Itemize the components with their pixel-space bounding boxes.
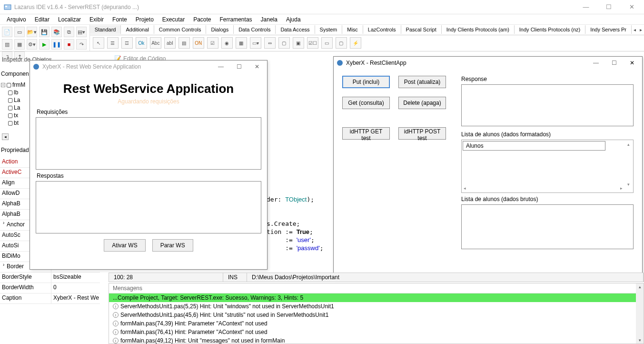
rc-list-raw[interactable] bbox=[461, 204, 634, 249]
menu-localizar[interactable]: Localizar bbox=[54, 15, 85, 24]
ws-start-button[interactable]: Ativar WS bbox=[104, 239, 145, 252]
menu-fonte[interactable]: Fonte bbox=[109, 15, 131, 24]
messages-scrollbar[interactable]: ▴▾ bbox=[636, 283, 644, 344]
ws-minimize-button[interactable]: ― bbox=[214, 63, 228, 70]
radiogroup-icon[interactable]: ▣ bbox=[293, 37, 304, 49]
menu-editar[interactable]: Editar bbox=[31, 15, 53, 24]
tab-common-controls[interactable]: Common Controls bbox=[154, 25, 207, 34]
rc-list-column-header[interactable]: Alunos bbox=[463, 141, 605, 151]
tree-node-bt[interactable]: bt bbox=[14, 120, 19, 126]
combobox-icon[interactable]: ▭▾ bbox=[250, 37, 261, 49]
menu-janela[interactable]: Janela bbox=[257, 15, 281, 24]
rc-httppost-button[interactable]: idHTTP POST test bbox=[398, 127, 446, 140]
messages-scroll-up[interactable]: ▴ bbox=[638, 283, 642, 290]
rc-list-scroll-up[interactable]: ▴ bbox=[626, 141, 631, 148]
menu-ferramentas[interactable]: Ferramentas bbox=[216, 15, 256, 24]
new-unit-button[interactable]: 📄 bbox=[2, 27, 12, 37]
menu-projeto[interactable]: Projeto bbox=[132, 15, 158, 24]
checkbox-icon[interactable]: ☑ bbox=[207, 37, 218, 49]
radiobutton-icon[interactable]: ◉ bbox=[221, 37, 233, 49]
ws-stop-button[interactable]: Parar WS bbox=[152, 239, 193, 252]
tree-node-la2[interactable]: La bbox=[14, 104, 20, 111]
tab-lazcontrols[interactable]: LazControls bbox=[363, 25, 401, 34]
rc-list-scroll-down[interactable]: ▾ bbox=[626, 181, 631, 188]
tab-system[interactable]: System bbox=[315, 25, 343, 34]
tab-standard[interactable]: Standard bbox=[90, 25, 121, 34]
open-button[interactable]: 📂▾ bbox=[27, 27, 37, 37]
ws-titlebar[interactable]: XyberX - Rest Web Service Application ― … bbox=[30, 61, 267, 73]
listbox-icon[interactable]: ▦ bbox=[236, 37, 247, 49]
tabs-right-arrow[interactable]: ▸ bbox=[638, 27, 644, 32]
ws-responses-memo[interactable] bbox=[36, 181, 261, 233]
close-button[interactable]: ✕ bbox=[623, 3, 640, 10]
edit-icon[interactable]: abI bbox=[164, 37, 176, 49]
rc-list-scroll-right[interactable]: ▸ bbox=[619, 185, 624, 192]
pointer-icon[interactable]: ↖ bbox=[93, 37, 104, 49]
rc-put-button[interactable]: Put (inclui) bbox=[342, 76, 390, 88]
message-row[interactable]: iServerMethodsUnit1.pas(5,25) Hint: Unit… bbox=[109, 302, 644, 311]
ws-maximize-button[interactable]: ☐ bbox=[232, 63, 246, 70]
toggle-form-button[interactable]: ⧉ bbox=[64, 27, 74, 37]
label-icon[interactable]: Abc bbox=[150, 37, 161, 49]
button-icon[interactable]: Ok bbox=[136, 37, 147, 49]
rc-list-scroll-left[interactable]: ◂ bbox=[463, 185, 467, 192]
ws-requests-memo[interactable] bbox=[36, 117, 261, 170]
tree-node-frm[interactable]: frmM bbox=[12, 81, 25, 88]
rc-delete-button[interactable]: Delete (apaga) bbox=[398, 97, 446, 109]
tree-collapse-icon[interactable]: − bbox=[1, 83, 5, 87]
tree-node-la1[interactable]: La bbox=[14, 97, 20, 103]
stop-button[interactable]: ■ bbox=[64, 39, 74, 50]
menu-exibir[interactable]: Exibir bbox=[86, 15, 108, 24]
view-forms-button[interactable]: ▦ bbox=[14, 39, 25, 50]
messages-scroll-down[interactable]: ▾ bbox=[638, 337, 642, 344]
rc-httpget-button[interactable]: idHTTP GET test bbox=[342, 127, 390, 140]
rc-list-formatted[interactable]: Alunos ▴▾ ◂▸ bbox=[461, 140, 634, 193]
togglebox-icon[interactable]: ON bbox=[193, 37, 204, 49]
groupbox-icon[interactable]: ▢ bbox=[278, 37, 290, 49]
tab-data-controls[interactable]: Data Controls bbox=[234, 25, 276, 34]
tab-data-access[interactable]: Data Access bbox=[276, 25, 315, 34]
rc-titlebar[interactable]: XyberX - RestClientApp ― ☐ ✕ bbox=[334, 57, 642, 69]
tab-indy-am[interactable]: Indy Clients Protocols (am) bbox=[442, 25, 515, 34]
rc-maximize-button[interactable]: ☐ bbox=[607, 60, 621, 66]
ws-close-button[interactable]: ✕ bbox=[250, 63, 264, 70]
message-row[interactable]: iformMain.pas(74,39) Hint: Parameter "AC… bbox=[109, 319, 644, 328]
new-form-button[interactable]: ▭ bbox=[14, 27, 25, 37]
tab-misc[interactable]: Misc bbox=[342, 25, 363, 34]
build-config-button[interactable]: ⚙▾ bbox=[27, 39, 37, 50]
panel-icon[interactable]: ▭ bbox=[321, 37, 333, 49]
tree-scroll-left[interactable]: ◂ bbox=[2, 133, 9, 140]
message-row[interactable]: iServerMethodsUnit1.pas(45,6) Hint: Unit… bbox=[109, 311, 644, 319]
menu-executar[interactable]: Executar bbox=[159, 15, 188, 24]
popupmenu-icon[interactable]: ☲ bbox=[121, 37, 133, 49]
tabs-left-arrow[interactable]: ◂ bbox=[632, 27, 638, 32]
run-button[interactable]: ▶ bbox=[39, 39, 50, 50]
message-row[interactable]: iformMain.pas(76,41) Hint: Parameter "AC… bbox=[109, 328, 644, 336]
tree-node-tx[interactable]: tx bbox=[14, 112, 18, 119]
rc-close-button[interactable]: ✕ bbox=[625, 60, 639, 66]
tab-indy-servers[interactable]: Indy Servers Pr bbox=[585, 25, 632, 34]
maximize-button[interactable]: ☐ bbox=[600, 3, 617, 10]
scrollbar-icon[interactable]: ⇔ bbox=[264, 37, 276, 49]
saveall-button[interactable]: 📚 bbox=[51, 27, 62, 37]
frame-icon[interactable]: ▢ bbox=[336, 37, 347, 49]
mainmenu-icon[interactable]: ☰ bbox=[107, 37, 119, 49]
pause-button[interactable]: ❚❚ bbox=[51, 39, 62, 50]
message-row[interactable]: iformMain.pas(49,12) Hint: Unit "message… bbox=[109, 336, 644, 344]
rc-get-button[interactable]: Get (consulta) bbox=[342, 97, 390, 109]
menu-pacote[interactable]: Pacote bbox=[189, 15, 215, 24]
component-tree[interactable]: −▢frmM ▢lb ▢La ▢La ▢tx ▢bt bbox=[0, 81, 29, 133]
tab-indy-nz[interactable]: Indy Clients Protocols (nz) bbox=[515, 25, 585, 34]
save-button[interactable]: 💾 bbox=[39, 27, 50, 37]
menu-ajuda[interactable]: Ajuda bbox=[282, 15, 305, 24]
mode-button[interactable]: ▤▾ bbox=[76, 27, 87, 37]
stepover-button[interactable]: ↷ bbox=[76, 39, 87, 50]
minimize-button[interactable]: ― bbox=[577, 3, 594, 10]
memo-icon[interactable]: ▤ bbox=[178, 37, 190, 49]
rc-minimize-button[interactable]: ― bbox=[589, 60, 603, 66]
tab-pascal-script[interactable]: Pascal Script bbox=[401, 25, 442, 34]
rc-post-button[interactable]: Post (atualiza) bbox=[398, 76, 446, 88]
tab-additional[interactable]: Additional bbox=[121, 25, 154, 34]
tab-dialogs[interactable]: Dialogs bbox=[206, 25, 234, 34]
tree-node-lb[interactable]: lb bbox=[14, 89, 18, 96]
